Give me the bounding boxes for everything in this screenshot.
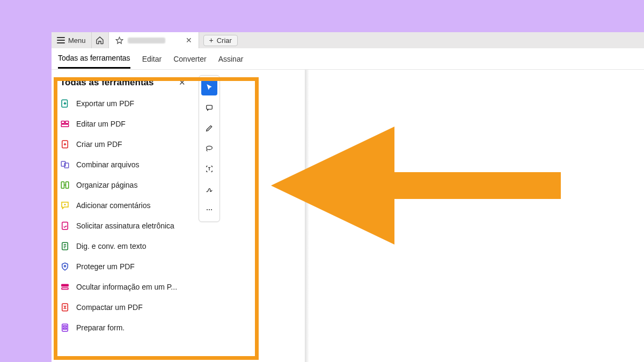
svg-rect-3 (65, 121, 69, 124)
plus-icon: + (209, 36, 214, 44)
tool-item-protect[interactable]: Proteger um PDF (60, 256, 188, 277)
home-button[interactable] (92, 32, 109, 48)
form-icon (60, 323, 70, 333)
quickbar-comment-bubble[interactable] (201, 100, 217, 116)
tool-item-label: Exportar um PDF (76, 99, 134, 108)
comment-bubble-icon (205, 104, 214, 112)
more-icon (205, 205, 214, 214)
svg-rect-18 (63, 326, 67, 327)
redact-icon (60, 282, 70, 292)
svg-point-21 (207, 146, 213, 150)
sidebar-title: Todas as ferramentas (60, 77, 153, 88)
tool-item-combine[interactable]: Combinar arquivos (60, 154, 188, 175)
page-edge-shadow (305, 70, 309, 362)
tool-item-label: Criar um PDF (76, 140, 122, 149)
tool-item-redact[interactable]: Ocultar informação em um P... (60, 277, 188, 297)
tab-title-placeholder (128, 38, 165, 43)
tab-all-tools[interactable]: Todas as ferramentas (58, 49, 130, 69)
hamburger-icon (57, 37, 65, 43)
create-button[interactable]: + Criar (203, 35, 238, 46)
star-icon (115, 36, 123, 45)
svg-rect-19 (63, 328, 67, 329)
tool-item-label: Organizar páginas (76, 181, 137, 189)
svg-point-12 (64, 265, 66, 267)
export-pdf-icon (60, 99, 70, 108)
svg-marker-0 (116, 37, 123, 43)
title-bar: Menu ✕ + Criar (52, 32, 644, 48)
create-pdf-icon (60, 139, 70, 149)
lasso-icon (205, 144, 214, 153)
tool-item-label: Proteger um PDF (76, 262, 135, 271)
quickbar-pencil[interactable] (201, 120, 217, 136)
comment-icon (60, 201, 70, 210)
sidebar-header: Todas as ferramentas ✕ (60, 75, 188, 93)
main-area: Todas as ferramentas ✕ Exportar um PDFEd… (52, 70, 644, 362)
quickbar-sign[interactable] (201, 181, 217, 197)
tool-item-label: Compactar um PDF (76, 303, 143, 312)
protect-icon (60, 262, 70, 271)
compress-icon (60, 302, 70, 312)
tab-close-icon[interactable]: ✕ (186, 36, 192, 45)
sidebar-close-icon[interactable]: ✕ (179, 78, 186, 87)
tool-item-label: Ocultar informação em um P... (76, 283, 177, 291)
tool-item-label: Solicitar assinatura eletrônica (76, 221, 174, 230)
tool-item-form[interactable]: Preparar form. (60, 317, 188, 338)
tool-item-comment[interactable]: Adicionar comentários (60, 195, 188, 216)
pencil-icon (205, 124, 214, 132)
tool-item-label: Editar um PDF (76, 120, 126, 128)
document-area (225, 70, 644, 362)
tool-item-label: Preparar form. (76, 323, 125, 332)
text-select-icon (205, 165, 214, 173)
tool-item-request-sign[interactable]: Solicitar assinatura eletrônica (60, 216, 188, 236)
request-sign-icon (60, 221, 70, 231)
document-tab[interactable]: ✕ (109, 32, 199, 48)
combine-icon (60, 160, 70, 169)
all-tools-sidebar: Todas as ferramentas ✕ Exportar um PDFEd… (52, 70, 193, 362)
organize-icon (60, 180, 70, 190)
tool-item-create-pdf[interactable]: Criar um PDF (60, 134, 188, 154)
svg-rect-9 (66, 182, 69, 188)
quickbar-more[interactable] (201, 202, 217, 218)
svg-rect-4 (61, 124, 69, 127)
cursor-icon (205, 83, 214, 92)
quickbar-lasso[interactable] (201, 141, 217, 157)
tool-item-compress[interactable]: Compactar um PDF (60, 297, 188, 317)
svg-point-22 (207, 209, 208, 210)
quick-toolbar (199, 75, 220, 222)
svg-rect-2 (61, 121, 64, 124)
edit-pdf-icon (60, 119, 70, 129)
sign-icon (205, 185, 214, 194)
svg-rect-15 (62, 288, 68, 290)
svg-point-23 (209, 209, 210, 210)
home-icon (96, 36, 104, 45)
tab-convert[interactable]: Converter (173, 50, 206, 68)
tab-edit[interactable]: Editar (142, 50, 162, 68)
menu-button[interactable]: Menu (52, 32, 92, 48)
tool-item-edit-pdf[interactable]: Editar um PDF (60, 114, 188, 134)
tool-item-ocr[interactable]: Dig. e conv. em texto (60, 236, 188, 256)
svg-rect-10 (62, 222, 68, 230)
tool-item-export-pdf[interactable]: Exportar um PDF (60, 93, 188, 114)
tool-item-label: Combinar arquivos (76, 160, 140, 169)
tool-item-organize[interactable]: Organizar páginas (60, 175, 188, 195)
quickbar-text-select[interactable] (201, 161, 217, 177)
tools-row: Todas as ferramentas Editar Converter As… (52, 48, 644, 70)
ocr-icon (60, 241, 70, 251)
quickbar-cursor[interactable] (201, 79, 217, 95)
menu-label: Menu (68, 36, 86, 45)
tool-item-label: Dig. e conv. em texto (76, 242, 146, 250)
tab-sign[interactable]: Assinar (218, 50, 244, 68)
svg-rect-8 (61, 182, 64, 188)
svg-rect-20 (207, 105, 213, 109)
app-window: Menu ✕ + Criar Todas as ferramentas Edit… (52, 32, 644, 362)
svg-rect-14 (62, 285, 68, 286)
svg-point-24 (211, 209, 212, 210)
tool-item-label: Adicionar comentários (76, 201, 151, 210)
tool-list: Exportar um PDFEditar um PDFCriar um PDF… (60, 93, 188, 338)
create-label: Criar (217, 36, 232, 45)
